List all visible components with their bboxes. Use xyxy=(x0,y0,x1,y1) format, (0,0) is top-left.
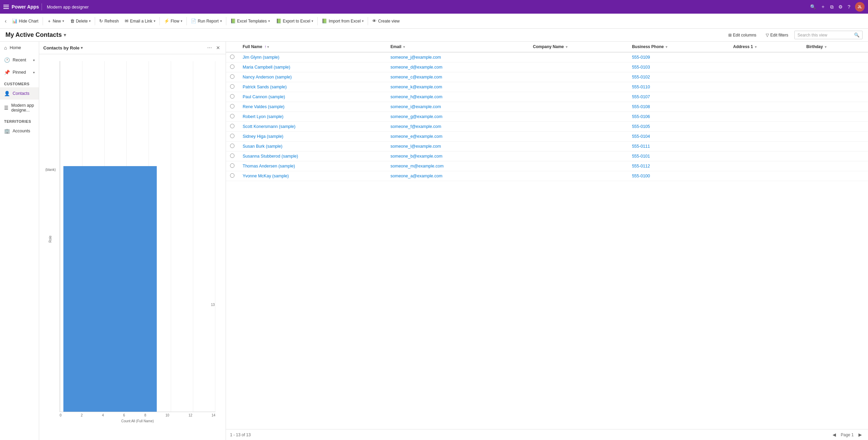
row-email[interactable]: someone_i@example.com xyxy=(386,102,529,112)
row-phone[interactable]: 555-0104 xyxy=(628,132,729,142)
row-phone[interactable]: 555-0112 xyxy=(628,161,729,171)
import-excel-button[interactable]: 📗 Import from Excel ▾ xyxy=(319,17,366,25)
row-phone[interactable]: 555-0101 xyxy=(628,151,729,161)
row-fullname[interactable]: Scott Konersmann (sample) xyxy=(239,122,386,132)
row-phone[interactable]: 555-0109 xyxy=(628,52,729,62)
row-email[interactable]: someone_m@example.com xyxy=(386,161,529,171)
grid-footer: 1 - 13 of 13 ◀ Page 1 ▶ xyxy=(226,429,868,440)
row-email[interactable]: someone_j@example.com xyxy=(386,52,529,62)
row-radio[interactable] xyxy=(226,132,239,142)
row-email[interactable]: someone_a@example.com xyxy=(386,171,529,181)
row-phone[interactable]: 555-0108 xyxy=(628,102,729,112)
contacts-table: Full Name ↑▾ Email ▾ Company Name ▾ Busi… xyxy=(226,42,868,181)
sidebar-item-recent[interactable]: 🕐 Recent ▾ xyxy=(0,54,39,66)
refresh-button[interactable]: ↻ Refresh xyxy=(96,17,121,25)
prev-page-button[interactable]: ◀ xyxy=(831,431,838,438)
view-title[interactable]: My Active Contacts ▾ xyxy=(5,31,66,39)
record-count: 1 - 13 of 13 xyxy=(230,432,251,437)
row-fullname[interactable]: Robert Lyon (sample) xyxy=(239,112,386,122)
row-email[interactable]: someone_b@example.com xyxy=(386,151,529,161)
edit-columns-button[interactable]: ⊞ Edit columns xyxy=(725,31,760,39)
row-radio[interactable] xyxy=(226,142,239,151)
row-email[interactable]: someone_e@example.com xyxy=(386,132,529,142)
sidebar-item-home[interactable]: ⌂ Home xyxy=(0,42,39,54)
row-fullname[interactable]: Susanna Stubberod (sample) xyxy=(239,151,386,161)
filter-icon[interactable]: ⧉ xyxy=(830,4,834,10)
email-link-button[interactable]: ✉ Email a Link ▾ xyxy=(122,17,158,25)
row-phone[interactable]: 555-0100 xyxy=(628,171,729,181)
row-fullname[interactable]: Nancy Anderson (sample) xyxy=(239,72,386,82)
email-caret: ▾ xyxy=(154,19,155,23)
row-phone[interactable]: 555-0105 xyxy=(628,122,729,132)
row-fullname[interactable]: Yvonne McKay (sample) xyxy=(239,171,386,181)
row-radio[interactable] xyxy=(226,122,239,132)
row-radio[interactable] xyxy=(226,161,239,171)
col-birthday-header[interactable]: Birthday ▾ xyxy=(802,42,868,52)
row-phone[interactable]: 555-0106 xyxy=(628,112,729,122)
row-radio[interactable] xyxy=(226,72,239,82)
row-phone[interactable]: 555-0110 xyxy=(628,82,729,92)
row-radio[interactable] xyxy=(226,102,239,112)
import-caret: ▾ xyxy=(362,19,364,23)
search-icon[interactable]: 🔍 xyxy=(810,4,816,10)
accounts-icon: 🏢 xyxy=(4,128,10,134)
avatar[interactable]: JL xyxy=(855,2,865,12)
row-fullname[interactable]: Thomas Andersen (sample) xyxy=(239,161,386,171)
row-radio[interactable] xyxy=(226,52,239,62)
back-button[interactable]: ‹ xyxy=(3,18,9,24)
create-view-button[interactable]: 👁 Create view xyxy=(369,17,402,25)
row-radio[interactable] xyxy=(226,171,239,181)
new-button[interactable]: ＋ New ▾ xyxy=(44,17,67,26)
add-icon[interactable]: ＋ xyxy=(821,4,825,10)
row-email[interactable]: someone_g@example.com xyxy=(386,112,529,122)
row-fullname[interactable]: Sidney Higa (sample) xyxy=(239,132,386,142)
sidebar-item-modern-app[interactable]: ☰ Modern app designe... xyxy=(0,100,39,116)
next-page-button[interactable]: ▶ xyxy=(856,431,864,438)
row-fullname[interactable]: Maria Campbell (sample) xyxy=(239,62,386,72)
flow-caret: ▾ xyxy=(181,19,182,23)
sidebar-item-accounts[interactable]: 🏢 Accounts xyxy=(0,125,39,137)
row-email[interactable]: someone_k@example.com xyxy=(386,82,529,92)
row-phone[interactable]: 555-0107 xyxy=(628,92,729,102)
col-fullname-header[interactable]: Full Name ↑▾ xyxy=(239,42,386,52)
search-box[interactable]: 🔍 xyxy=(794,31,863,39)
row-email[interactable]: someone_f@example.com xyxy=(386,122,529,132)
col-phone-header[interactable]: Business Phone ▾ xyxy=(628,42,729,52)
help-icon[interactable]: ? xyxy=(848,4,850,10)
row-radio[interactable] xyxy=(226,62,239,72)
hide-chart-button[interactable]: 📊 Hide Chart xyxy=(9,17,41,25)
row-phone[interactable]: 555-0102 xyxy=(628,72,729,82)
excel-templates-button[interactable]: 📗 Excel Templates ▾ xyxy=(228,17,273,25)
col-company-header[interactable]: Company Name ▾ xyxy=(529,42,628,52)
row-radio[interactable] xyxy=(226,151,239,161)
chart-close-button[interactable]: ✕ xyxy=(215,44,222,51)
row-fullname[interactable]: Paul Cannon (sample) xyxy=(239,92,386,102)
run-report-button[interactable]: 📄 Run Report ▾ xyxy=(188,17,224,25)
sidebar-item-contacts[interactable]: 👤 Contacts xyxy=(0,87,39,100)
export-excel-button[interactable]: 📗 Export to Excel ▾ xyxy=(273,17,316,25)
settings-icon[interactable]: ⚙ xyxy=(838,4,843,10)
row-fullname[interactable]: Susan Burk (sample) xyxy=(239,142,386,151)
row-phone[interactable]: 555-0111 xyxy=(628,142,729,151)
edit-filters-button[interactable]: ▽ Edit filters xyxy=(762,31,792,39)
col-address-header[interactable]: Address 1 ▾ xyxy=(729,42,802,52)
row-radio[interactable] xyxy=(226,92,239,102)
row-fullname[interactable]: Rene Valdes (sample) xyxy=(239,102,386,112)
col-radio-header xyxy=(226,42,239,52)
row-email[interactable]: someone_l@example.com xyxy=(386,142,529,151)
sidebar-item-pinned[interactable]: 📌 Pinned ▾ xyxy=(0,66,39,78)
search-input[interactable] xyxy=(797,33,852,38)
flow-button[interactable]: ⚡ Flow ▾ xyxy=(161,17,185,25)
row-radio[interactable] xyxy=(226,82,239,92)
col-email-header[interactable]: Email ▾ xyxy=(386,42,529,52)
delete-button[interactable]: 🗑 Delete ▾ xyxy=(67,17,94,25)
row-email[interactable]: someone_c@example.com xyxy=(386,72,529,82)
row-fullname[interactable]: Patrick Sands (sample) xyxy=(239,82,386,92)
row-radio[interactable] xyxy=(226,112,239,122)
chart-more-button[interactable]: ⋯ xyxy=(206,44,213,51)
row-fullname[interactable]: Jim Glynn (sample) xyxy=(239,52,386,62)
row-phone[interactable]: 555-0103 xyxy=(628,62,729,72)
row-email[interactable]: someone_h@example.com xyxy=(386,92,529,102)
row-email[interactable]: someone_d@example.com xyxy=(386,62,529,72)
hamburger-menu[interactable] xyxy=(3,5,9,9)
